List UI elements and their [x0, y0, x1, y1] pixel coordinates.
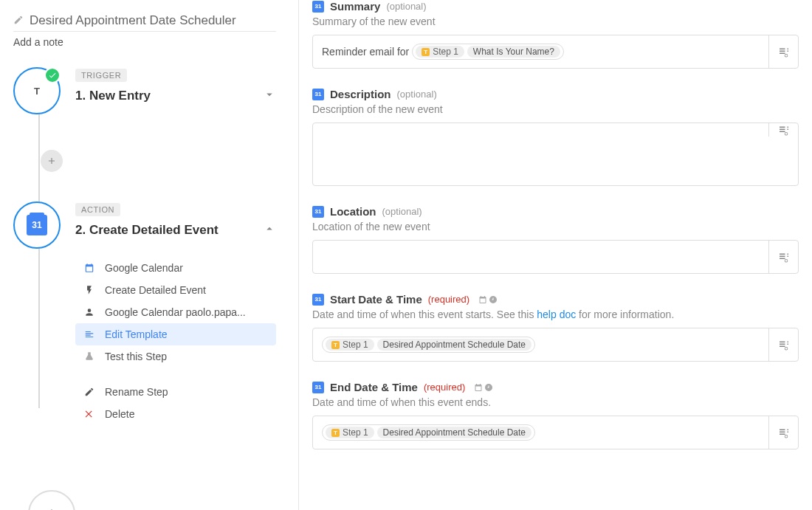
pencil-small-icon [83, 387, 96, 397]
substep-test[interactable]: Test this Step [75, 345, 276, 368]
substep-action[interactable]: Create Detailed Event [75, 279, 276, 301]
flow-title: Desired Appointment Date Scheduler [30, 13, 236, 28]
substep-template-label: Edit Template [105, 328, 269, 340]
x-icon [83, 409, 96, 419]
substep-app-label: Google Calendar [105, 262, 269, 274]
calendar-badge-icon: 31 [312, 294, 324, 306]
step-2-substeps: Google Calendar Create Detailed Event Go… [75, 257, 276, 425]
start-help: Date and time of when this event starts.… [312, 309, 799, 320]
description-input[interactable] [312, 123, 799, 186]
location-label: Location [330, 205, 376, 218]
field-end: 31 End Date & Time (required) Date and t… [312, 381, 799, 449]
start-input[interactable]: TStep 1 Desired Appointment Schedule Dat… [312, 328, 799, 362]
substep-test-label: Test this Step [105, 351, 269, 362]
field-summary: 31 Summary (optional) Summary of the new… [312, 0, 799, 69]
substep-account[interactable]: Google Calendar paolo.papa... [75, 301, 276, 323]
step-1: T TRIGGER 1. New Entry [13, 67, 276, 114]
substep-template[interactable]: Edit Template [75, 323, 276, 345]
calendar-badge-icon: 31 [312, 382, 324, 393]
bolt-icon [83, 285, 96, 295]
step-1-tag: TRIGGER [75, 69, 127, 82]
description-insert-button[interactable] [768, 123, 798, 137]
summary-pill[interactable]: TStep 1 What Is Your Name? [412, 44, 564, 60]
calendar-badge-icon: 31 [312, 89, 324, 100]
pencil-icon [13, 15, 24, 27]
start-label: Start Date & Time [330, 293, 422, 306]
clock-mini-icon [489, 295, 498, 304]
chevron-down-icon [263, 88, 276, 103]
end-required-tag: (required) [424, 382, 465, 393]
clock-mini-icon [484, 383, 493, 392]
flask-icon [83, 351, 96, 362]
location-help: Location of the new event [312, 221, 799, 232]
substep-delete-label: Delete [105, 408, 269, 420]
summary-text: Reminder email for [322, 46, 409, 58]
step-2-header[interactable]: 2. Create Detailed Event [75, 222, 276, 238]
step-1-title: 1. New Entry [75, 89, 151, 103]
end-input[interactable]: TStep 1 Desired Appointment Schedule Dat… [312, 416, 799, 449]
step-1-header[interactable]: 1. New Entry [75, 88, 276, 103]
summary-insert-button[interactable] [768, 35, 798, 68]
add-step-end[interactable] [28, 490, 75, 510]
step-2-node[interactable]: 31 [13, 201, 61, 249]
substep-app[interactable]: Google Calendar [75, 257, 276, 279]
summary-optional-tag: (optional) [386, 1, 426, 12]
date-mini-icon [474, 383, 483, 392]
sidebar: Desired Appointment Date Scheduler Add a… [0, 0, 299, 510]
summary-help: Summary of the new event [312, 15, 799, 27]
end-label: End Date & Time [330, 381, 418, 393]
description-optional-tag: (optional) [397, 89, 437, 100]
flow-title-row[interactable]: Desired Appointment Date Scheduler [13, 13, 276, 32]
calendar-badge-icon: 31 [312, 206, 324, 218]
start-required-tag: (required) [428, 294, 469, 305]
chevron-up-icon [263, 222, 276, 238]
substep-rename-label: Rename Step [105, 386, 269, 398]
end-help: Date and time of when this event ends. [312, 396, 799, 408]
location-insert-button[interactable] [768, 241, 798, 273]
start-pill[interactable]: TStep 1 Desired Appointment Schedule Dat… [322, 337, 535, 353]
person-icon [83, 307, 96, 317]
calendar-badge-icon: 31 [312, 1, 324, 13]
add-step-between[interactable] [41, 150, 63, 172]
substep-delete[interactable]: Delete [75, 403, 276, 425]
template-icon [83, 329, 96, 340]
description-help: Description of the new event [312, 103, 799, 115]
check-icon [44, 67, 61, 83]
calendar-small-icon [83, 263, 96, 273]
form-panel: 31 Summary (optional) Summary of the new… [299, 0, 812, 510]
field-description: 31 Description (optional) Description of… [312, 88, 799, 186]
calendar-icon: 31 [27, 215, 47, 235]
step-2-title: 2. Create Detailed Event [75, 223, 219, 238]
location-optional-tag: (optional) [382, 206, 422, 217]
substep-rename[interactable]: Rename Step [75, 381, 276, 403]
substep-account-label: Google Calendar paolo.papa... [105, 306, 269, 318]
step-2: 31 ACTION 2. Create Detailed Event Googl… [13, 201, 276, 425]
step-1-letter: T [27, 80, 47, 101]
summary-input[interactable]: Reminder email for TStep 1 What Is Your … [312, 35, 799, 69]
location-input[interactable] [312, 240, 799, 274]
end-insert-button[interactable] [768, 416, 798, 449]
end-pill[interactable]: TStep 1 Desired Appointment Schedule Dat… [322, 424, 535, 441]
summary-label: Summary [330, 0, 380, 13]
datetime-icons [478, 295, 498, 304]
step-2-tag: ACTION [75, 203, 120, 216]
datetime-icons [474, 383, 493, 392]
date-mini-icon [478, 295, 487, 304]
help-doc-link[interactable]: help doc [537, 309, 576, 320]
field-location: 31 Location (optional) Location of the n… [312, 205, 799, 274]
field-start: 31 Start Date & Time (required) Date and… [312, 293, 799, 362]
substep-action-label: Create Detailed Event [105, 284, 269, 296]
add-note-link[interactable]: Add a note [13, 36, 276, 48]
description-label: Description [330, 88, 391, 100]
step-1-node[interactable]: T [13, 67, 61, 114]
start-insert-button[interactable] [768, 328, 798, 361]
